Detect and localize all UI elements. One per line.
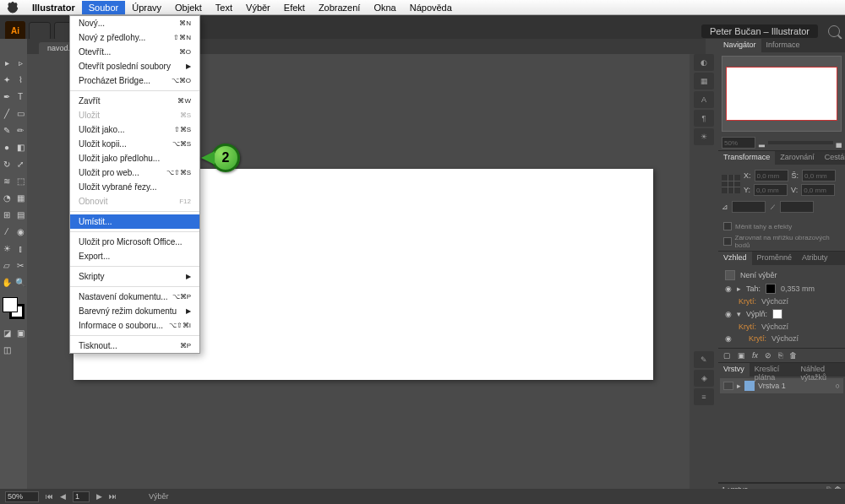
- opacity2-row-label[interactable]: Krytí:: [739, 322, 756, 331]
- scale-strokes-checkbox[interactable]: [723, 222, 732, 230]
- hand-tool[interactable]: ✋: [0, 274, 14, 290]
- menu-objekt[interactable]: Objekt: [168, 1, 209, 14]
- trash-icon[interactable]: 🗑: [789, 351, 797, 360]
- type-tool[interactable]: T: [14, 88, 27, 105]
- tab-navigator[interactable]: Navigátor: [718, 39, 761, 52]
- menu-item-ulo-it-jako[interactable]: Uložit jako...⇧⌘S: [70, 122, 199, 137]
- zoom-tool[interactable]: 🔍: [14, 274, 27, 290]
- screen-mode[interactable]: ▣: [14, 324, 27, 341]
- menu-item-zav-t[interactable]: Zavřít⌘W: [70, 94, 199, 108]
- pen-tool[interactable]: ✒: [0, 88, 14, 105]
- clear-icon[interactable]: ⊘: [765, 351, 771, 360]
- menu-text[interactable]: Text: [209, 1, 239, 14]
- menu-item-skripty[interactable]: Skripty▶: [70, 269, 199, 284]
- tab-vrstvy[interactable]: Vrstvy: [718, 363, 750, 377]
- opacity-row-label[interactable]: Krytí:: [739, 297, 756, 306]
- shape-builder-tool[interactable]: ◔: [0, 189, 14, 206]
- angle-input[interactable]: [732, 201, 766, 213]
- tab-vzhled[interactable]: Vzhled: [718, 252, 752, 265]
- menu-item-ulo-it-jako-p-edlohu[interactable]: Uložit jako předlohu...: [70, 151, 199, 165]
- artboard-num-input[interactable]: [73, 491, 90, 502]
- y-input[interactable]: [754, 184, 788, 196]
- artboard-nav-last-icon[interactable]: ⏭: [109, 492, 117, 501]
- width-tool[interactable]: ≋: [0, 172, 14, 189]
- symbol-tool[interactable]: ☀: [0, 240, 14, 257]
- h-input[interactable]: [801, 184, 835, 196]
- tab-zarovnani[interactable]: Zarovnání: [775, 151, 820, 165]
- align-pixel-checkbox[interactable]: [723, 237, 732, 246]
- layer-visibility-icon[interactable]: [723, 382, 733, 390]
- apple-icon[interactable]: [7, 2, 19, 14]
- draw-mode[interactable]: ◫: [0, 341, 14, 358]
- artboard-nav-first-icon[interactable]: ⏮: [46, 492, 53, 501]
- shear-input[interactable]: [780, 201, 814, 213]
- new-fill-icon[interactable]: ▢: [723, 351, 731, 360]
- slice-tool[interactable]: ✂: [14, 257, 27, 274]
- gradient-tool[interactable]: ▤: [14, 206, 27, 223]
- panel-tab-color[interactable]: ◐: [694, 54, 714, 71]
- eye-icon-3[interactable]: ◉: [725, 334, 732, 343]
- opacity3-row-label[interactable]: Krytí:: [749, 334, 766, 343]
- tab-cestar[interactable]: Cestář: [820, 151, 845, 165]
- mesh-tool[interactable]: ⊞: [0, 206, 14, 223]
- zoom-out-icon[interactable]: ▂: [759, 138, 765, 147]
- menu-item-export[interactable]: Export...: [70, 249, 199, 263]
- menu-item-otev-t[interactable]: Otevřít...⌘O: [70, 45, 199, 59]
- eye-icon[interactable]: ◉: [725, 285, 732, 293]
- panel-tab-paragraph[interactable]: ¶: [694, 110, 714, 127]
- eraser-tool[interactable]: ◧: [14, 138, 27, 155]
- brush-tool[interactable]: ✎: [0, 122, 14, 138]
- zoom-slider[interactable]: [768, 141, 833, 144]
- panel-tab-swatches[interactable]: ▦: [694, 73, 714, 89]
- graph-tool[interactable]: ⫿: [14, 240, 27, 257]
- menu-item-tisknout[interactable]: Tisknout...⌘P: [70, 339, 199, 353]
- direct-select-tool[interactable]: ▹: [14, 54, 27, 71]
- fill-color[interactable]: [3, 297, 18, 312]
- panel-tab-type[interactable]: A: [694, 91, 714, 108]
- menu-item-ulo-it-kopii[interactable]: Uložit kopii...⌥⌘S: [70, 137, 199, 151]
- menu-item-ulo-it-pro-microsoft-office[interactable]: Uložit pro Microsoft Office...: [70, 235, 199, 249]
- color-mode[interactable]: ◪: [0, 324, 14, 341]
- reference-point[interactable]: [722, 175, 740, 193]
- menu-item-nastaven-dokumentu[interactable]: Nastavení dokumentu...⌥⌘P: [70, 290, 199, 304]
- fill-row-swatch[interactable]: [772, 309, 782, 319]
- menu-item-ulo-it-pro-web[interactable]: Uložit pro web...⌥⇧⌘S: [70, 165, 199, 180]
- search-icon[interactable]: [828, 25, 840, 37]
- menu-item-ulo-it-vybran-ezy[interactable]: Uložit vybrané řezy...: [70, 180, 199, 194]
- scale-tool[interactable]: ⤢: [14, 155, 27, 172]
- menu-upravy[interactable]: Úpravy: [125, 1, 168, 14]
- artboard-tool[interactable]: ▱: [0, 257, 14, 274]
- menu-vyber[interactable]: Výběr: [239, 1, 277, 14]
- panel-tab-brushes[interactable]: ✎: [694, 351, 714, 368]
- menu-efekt[interactable]: Efekt: [277, 1, 312, 14]
- menu-item-barevn-re-im-dokumentu[interactable]: Barevný režim dokumentu▶: [70, 304, 199, 318]
- tab-vytazky[interactable]: Náhled výtažků: [795, 363, 845, 377]
- menu-zobrazeni[interactable]: Zobrazení: [312, 1, 368, 14]
- rotate-tool[interactable]: ↻: [0, 155, 14, 172]
- rect-tool[interactable]: ▭: [14, 105, 27, 122]
- pencil-tool[interactable]: ✏: [14, 122, 27, 138]
- eyedropper-tool[interactable]: ⁄: [0, 223, 14, 240]
- panel-tab-styles[interactable]: ◈: [694, 370, 714, 387]
- menu-item-nov-z-p-edlohy[interactable]: Nový z předlohy...⇧⌘N: [70, 30, 199, 45]
- navigator-preview[interactable]: [722, 56, 842, 132]
- tab-promenne[interactable]: Proměnné: [752, 252, 798, 265]
- tab-transformace[interactable]: Transformace: [718, 151, 775, 165]
- menu-item-informace-o-souboru[interactable]: Informace o souboru...⌥⇧⌘I: [70, 318, 199, 333]
- line-tool[interactable]: ╱: [0, 105, 14, 122]
- artboard-nav-prev-icon[interactable]: ◀: [60, 492, 66, 501]
- w-input[interactable]: [802, 170, 836, 182]
- menu-napoveda[interactable]: Nápověda: [403, 1, 459, 14]
- perspective-tool[interactable]: ▦: [14, 189, 27, 206]
- new-stroke-icon[interactable]: ▣: [738, 351, 745, 360]
- x-input[interactable]: [755, 170, 788, 182]
- blend-tool[interactable]: ◉: [14, 223, 27, 240]
- selection-tool[interactable]: ▸: [0, 54, 14, 71]
- nav-zoom-input[interactable]: [722, 137, 755, 149]
- tab-platna[interactable]: Kreslicí plátna: [750, 363, 796, 377]
- wand-tool[interactable]: ✦: [0, 71, 14, 88]
- lasso-tool[interactable]: ⌇: [14, 71, 27, 88]
- zoom-in-icon[interactable]: ▄: [837, 138, 842, 147]
- menu-item-proch-zet-bridge[interactable]: Procházet Bridge...⌥⌘O: [70, 73, 199, 88]
- menu-okna[interactable]: Okna: [367, 1, 402, 14]
